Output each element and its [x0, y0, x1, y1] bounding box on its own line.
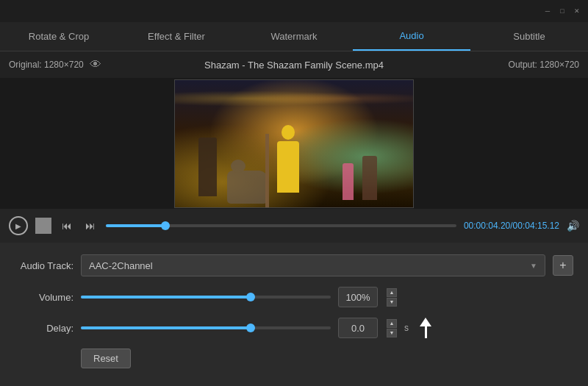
audio-track-row: Audio Track: AAC-2Channel ▼ + [15, 254, 573, 276]
delay-input[interactable]: 0.0 [338, 318, 378, 338]
delay-fill [81, 326, 251, 329]
reset-button[interactable]: Reset [81, 349, 131, 368]
tab-effect-filter[interactable]: Effect & Filter [118, 22, 235, 51]
arrow-up-icon [420, 318, 431, 326]
dropdown-arrow-icon: ▼ [530, 262, 537, 270]
next-frame-button[interactable]: ⏭ [82, 218, 98, 234]
volume-input[interactable]: 100% [338, 287, 378, 307]
reset-row: Reset [15, 349, 573, 368]
volume-row: Volume: 100% ▲ ▼ [15, 287, 573, 307]
tab-audio[interactable]: Audio [353, 22, 470, 51]
delay-label: Delay: [15, 323, 74, 334]
delay-unit: s [404, 323, 409, 333]
minimize-button[interactable]: ─ [542, 6, 553, 16]
delay-up-button[interactable]: ▲ [387, 319, 397, 328]
volume-up-button[interactable]: ▲ [387, 288, 397, 297]
delay-spinner: ▲ ▼ [387, 319, 397, 337]
prev-frame-button[interactable]: ⏮ [59, 218, 75, 234]
video-preview [174, 79, 414, 208]
delay-thumb[interactable] [246, 324, 255, 332]
delay-slider[interactable] [81, 326, 331, 329]
progress-fill [106, 224, 165, 227]
info-bar: Original: 1280×720 👁 Shazam - The Shazam… [0, 51, 588, 78]
delay-row: Delay: 0.0 ▲ ▼ s [15, 318, 573, 338]
audio-track-select[interactable]: AAC-2Channel ▼ [81, 254, 545, 276]
eye-icon[interactable]: 👁 [90, 58, 101, 71]
tab-watermark[interactable]: Watermark [235, 22, 353, 51]
tab-bar: Rotate & Crop Effect & Filter Watermark … [0, 22, 588, 51]
volume-thumb[interactable] [246, 293, 255, 301]
close-button[interactable]: ✕ [572, 6, 582, 16]
original-resolution: Original: 1280×720 👁 [9, 58, 101, 71]
volume-down-button[interactable]: ▼ [387, 298, 397, 307]
title-bar: ─ □ ✕ [0, 0, 588, 22]
volume-fill [81, 296, 251, 299]
output-resolution: Output: 1280×720 [509, 60, 579, 70]
play-button[interactable]: ▶ [9, 216, 28, 235]
playback-bar: ▶ ⏮ ⏭ 00:00:04.20/00:04:15.12 🔊 [0, 209, 588, 243]
volume-spinner: ▲ ▼ [387, 288, 397, 307]
video-area [0, 78, 588, 209]
filename-label: Shazam - The Shazam Family Scene.mp4 [204, 60, 384, 71]
add-track-button[interactable]: + [553, 255, 573, 276]
audio-track-label: Audio Track: [15, 260, 74, 271]
delay-down-button[interactable]: ▼ [387, 329, 397, 337]
volume-icon[interactable]: 🔊 [567, 220, 579, 232]
time-display: 00:00:04.20/00:04:15.12 [464, 221, 559, 231]
progress-bar[interactable] [106, 224, 456, 227]
tab-rotate-crop[interactable]: Rotate & Crop [0, 22, 118, 51]
arrow-annotation [420, 318, 431, 338]
controls-panel: Audio Track: AAC-2Channel ▼ + Volume: 10… [0, 243, 588, 386]
arrow-stem [425, 326, 427, 338]
video-scene [175, 80, 413, 207]
volume-label: Volume: [15, 292, 74, 303]
maximize-button[interactable]: □ [557, 6, 567, 16]
tab-subtitle[interactable]: Subtitle [470, 22, 588, 51]
volume-slider[interactable] [81, 296, 331, 299]
stop-button[interactable] [35, 218, 51, 234]
progress-thumb[interactable] [161, 221, 170, 230]
